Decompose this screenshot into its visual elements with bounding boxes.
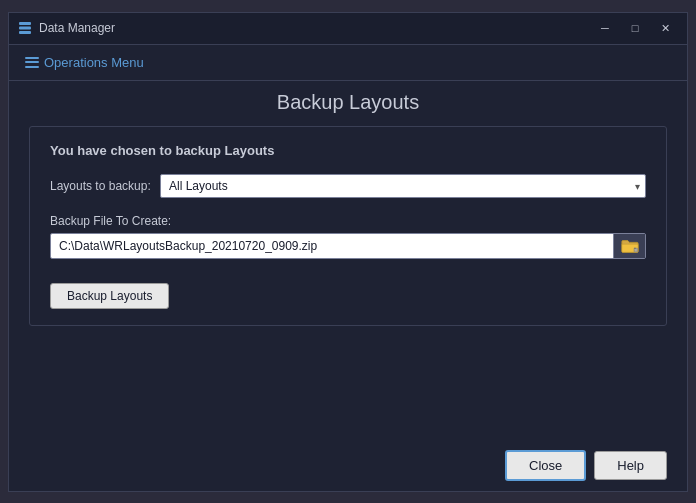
window-title: Data Manager — [39, 21, 591, 35]
svg-rect-0 — [19, 22, 31, 25]
file-input-wrapper — [50, 233, 646, 259]
svg-rect-2 — [19, 31, 31, 34]
main-window: Data Manager ─ □ ✕ Operations Menu Backu… — [8, 12, 688, 492]
operations-menu-label: Operations Menu — [44, 55, 144, 70]
card-title: You have chosen to backup Layouts — [50, 143, 646, 158]
backup-file-input[interactable] — [51, 234, 613, 258]
hamburger-icon — [25, 57, 39, 68]
operations-menu[interactable]: Operations Menu — [19, 51, 150, 74]
backup-layouts-button[interactable]: Backup Layouts — [50, 283, 169, 309]
svg-rect-1 — [19, 27, 31, 30]
footer: Close Help — [9, 440, 687, 491]
layouts-label: Layouts to backup: — [50, 179, 160, 193]
title-bar: Data Manager ─ □ ✕ — [9, 13, 687, 45]
folder-icon — [621, 238, 639, 254]
close-window-button[interactable]: ✕ — [651, 17, 679, 39]
minimize-button[interactable]: ─ — [591, 17, 619, 39]
maximize-button[interactable]: □ — [621, 17, 649, 39]
svg-rect-4 — [634, 248, 636, 251]
help-button[interactable]: Help — [594, 451, 667, 480]
close-button[interactable]: Close — [505, 450, 586, 481]
backup-card: You have chosen to backup Layouts Layout… — [29, 126, 667, 326]
layouts-select-wrapper: All Layouts Selected Layouts ▾ — [160, 174, 646, 198]
backup-file-group: Backup File To Create: — [50, 214, 646, 259]
content-area: Backup Layouts You have chosen to backup… — [9, 81, 687, 440]
page-title: Backup Layouts — [29, 91, 667, 114]
backup-file-label: Backup File To Create: — [50, 214, 646, 228]
file-browse-button[interactable] — [613, 234, 645, 258]
layouts-row: Layouts to backup: All Layouts Selected … — [50, 174, 646, 198]
app-icon — [17, 20, 33, 36]
layouts-select[interactable]: All Layouts Selected Layouts — [160, 174, 646, 198]
window-controls: ─ □ ✕ — [591, 17, 679, 39]
menu-bar: Operations Menu — [9, 45, 687, 81]
